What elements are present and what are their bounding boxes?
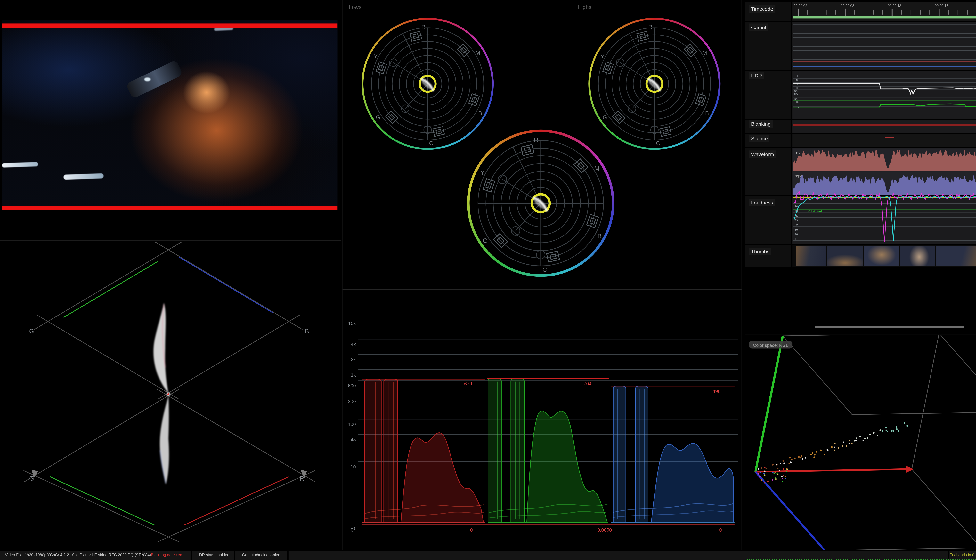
silence-marker (885, 137, 894, 138)
colorspace-badge[interactable]: Color space: RGB (749, 341, 793, 348)
red-axis (756, 469, 906, 472)
hdr-max-trace (793, 83, 976, 94)
diamond-axis-edges (50, 257, 289, 525)
histogram-series-blue: 490 (611, 386, 734, 523)
blue-end-label: 0 (719, 527, 722, 532)
vectorscope-graticules: R M B C G Y (343, 0, 742, 289)
vectorscope-lows (372, 24, 484, 146)
svg-text:0: 0 (797, 115, 798, 118)
status-divider (191, 550, 192, 560)
pixel-scatter-cloud (757, 422, 908, 483)
svg-text:48: 48 (796, 100, 799, 103)
blue-axis (756, 472, 825, 550)
timeline-coverage-bar (793, 16, 976, 18)
axis-label: B (305, 328, 309, 335)
svg-text:4k: 4k (351, 342, 356, 347)
timeline-scrollbar[interactable] (814, 326, 964, 328)
svg-text:-20: -20 (794, 205, 798, 208)
histogram-series-red: 679 (362, 379, 485, 523)
vectorscope-mids (478, 136, 603, 273)
channel-label-right: right (795, 174, 802, 178)
loudness-momentary-trace (794, 192, 976, 242)
gamut-check-toggle[interactable]: Gamut check enabled (234, 550, 288, 560)
red-peak-value: 679 (464, 381, 472, 386)
x-origin-label: 0 (351, 527, 354, 532)
histogram-y-labels: 10k 4k 2k 1k 600 300 100 48 10 0 (348, 321, 356, 531)
video-qc-app: G B G R (0, 0, 976, 560)
diamond-wireframe (23, 242, 315, 542)
gamut-diamond-panel[interactable]: G B G R (0, 240, 341, 550)
svg-text:100: 100 (794, 97, 798, 100)
svg-text:-32: -32 (794, 223, 798, 227)
vectorscope-panel[interactable]: R M B C G Y Lows Highs (342, 0, 742, 289)
cube-3d-view (745, 335, 976, 550)
svg-text:1k: 1k (351, 372, 356, 378)
scope-title-highs: Highs (577, 4, 591, 10)
svg-text:100: 100 (348, 422, 356, 427)
loudness-gridlines (793, 199, 976, 241)
hdr-scale-labels: 10k 4k 2k 1k 600 300 100 48 10 0 (794, 75, 799, 118)
gamut-diamond-plot: G B G R (0, 241, 341, 550)
light-streak (2, 162, 38, 168)
blanking-bar-top (2, 23, 337, 28)
light-streak (63, 173, 103, 180)
position-dots-strip (747, 558, 976, 560)
svg-text:2k: 2k (351, 357, 356, 362)
svg-text:10k: 10k (794, 75, 799, 78)
vectorscope-highs (598, 24, 711, 146)
bottle-cap-highlight (144, 77, 151, 82)
video-preview-panel (0, 0, 341, 240)
red-end-label: 0 (470, 527, 473, 532)
svg-text:4k: 4k (796, 79, 799, 82)
status-divider (287, 550, 288, 560)
svg-text:-38: -38 (794, 233, 798, 236)
cube-panel[interactable]: Color space: RGB (745, 335, 976, 550)
green-peak-value: 704 (584, 381, 592, 386)
blanking-detect-bar (793, 124, 976, 126)
svg-text:48: 48 (350, 437, 356, 442)
hdr-gridlines (793, 75, 976, 115)
scope-title-lows: Lows (349, 4, 362, 10)
svg-text:600: 600 (348, 383, 356, 388)
blanking-warning: Blanking detected! (143, 550, 191, 560)
file-info: Video File: 1920x1080p YCbCr 4:2:2 10bit… (5, 550, 151, 560)
timeline-graphics: 10k 4k 2k 1k 600 300 100 48 10 0 left (745, 0, 976, 267)
green-axis (756, 336, 783, 472)
axis-label: G (29, 475, 34, 482)
timecode-ticks (798, 8, 976, 16)
video-frame[interactable] (2, 20, 337, 210)
histogram-series-green: 704 (487, 378, 609, 523)
hdr-stats-toggle[interactable]: HDR stats enabled (191, 550, 234, 560)
axis-label: R (300, 475, 304, 482)
svg-text:-35: -35 (794, 228, 798, 231)
svg-text:300: 300 (348, 399, 356, 404)
svg-text:600: 600 (794, 89, 798, 92)
color-trace-hourglass (153, 303, 170, 485)
status-divider (234, 550, 235, 560)
svg-text:1k: 1k (796, 87, 799, 90)
svg-text:-41: -41 (794, 237, 798, 240)
svg-text:10k: 10k (348, 321, 356, 326)
svg-text:300: 300 (794, 92, 798, 95)
histogram-x-labels: 0 0 0.0000 0 (351, 527, 722, 532)
cube-wireframe (783, 335, 976, 550)
r128-reference-label: R 128 Ref (807, 209, 822, 213)
blue-peak-value: 490 (713, 389, 721, 394)
axis-arrowheads (32, 470, 307, 478)
status-divider (141, 550, 142, 560)
bottle (126, 60, 183, 99)
origin-marker (167, 393, 169, 395)
svg-text:10: 10 (350, 464, 356, 470)
blanking-bar-bottom (2, 206, 337, 210)
channel-label-left: left (795, 150, 799, 154)
axis-label: G (29, 328, 34, 335)
gamut-lines (793, 25, 976, 59)
green-end-label: 0.0000 (597, 527, 612, 532)
rgb-histogram-panel[interactable]: 10k 4k 2k 1k 600 300 100 48 10 0 (342, 289, 742, 551)
rgb-histogram-chart: 10k 4k 2k 1k 600 300 100 48 10 0 (343, 290, 742, 550)
